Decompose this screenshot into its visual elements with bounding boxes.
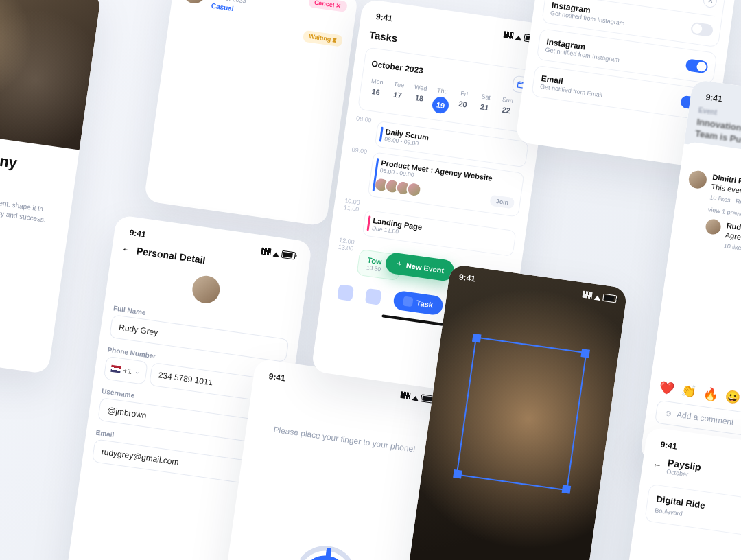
onboarding-image [0,0,102,150]
fingerprint-icon[interactable] [235,493,424,560]
back-icon[interactable]: ← [652,458,663,471]
onboarding-card: Your Company ment il over your business … [0,0,102,374]
instagram-toggle-2[interactable] [685,58,708,73]
instagram-toggle[interactable] [690,22,714,37]
country-code-select[interactable]: +1 ⌄ [104,356,148,385]
join-button[interactable]: Join [490,195,515,209]
waiting-pill: Waiting ⧗ [303,30,343,47]
comment-1: Dimitri Reeds 1h This event seems fun, I… [680,170,741,264]
cancel-pill[interactable]: Cancel ✕ [308,0,348,12]
back-icon[interactable]: ← [121,243,132,255]
page-title: Personal Detail [136,245,206,266]
plus-icon: ＋ [395,258,403,269]
avatar [181,0,207,5]
home-indicator [381,314,450,327]
avatar[interactable] [191,274,222,305]
close-icon[interactable]: ✕ [703,0,718,8]
chevron-down-icon: ⌄ [134,369,140,376]
emoji-icon[interactable]: ☺ [663,408,673,419]
comment-2: Rudy Grey 50m Agree!! 👏 10 likes Reply [703,218,741,264]
fingerprint-msg: Please place your finger to your phone! [255,422,433,456]
face-frame [456,336,587,491]
calendar-month: October 2023 [370,59,423,75]
avatar [705,218,722,235]
leave-request-card: Dimitri Reeds 25 Oct 2023 Casual Cancel … [143,0,358,226]
date-selected: 19 [431,96,449,115]
nav-task-button[interactable]: Task [392,290,443,316]
attendee-avatars [377,177,423,198]
avatar [687,170,707,189]
reply-button[interactable]: Reply [735,198,741,207]
nav-people-icon[interactable] [365,288,382,305]
task-icon [403,296,414,307]
flag-icon [110,365,121,373]
nav-home-icon[interactable] [338,284,355,301]
payslip-card: 9:41 ← Payslip October Digital Ride Boul… [617,427,741,560]
